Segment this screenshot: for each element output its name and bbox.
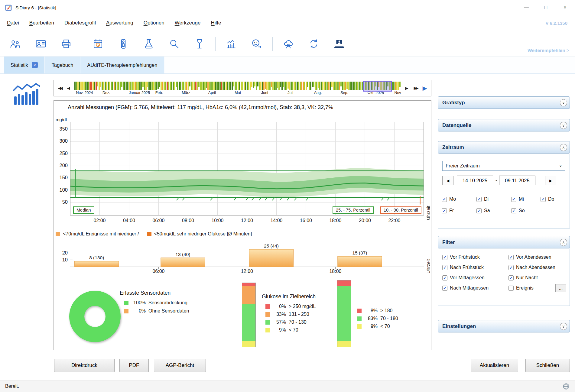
x-axis-tick: 12:00: [240, 218, 254, 223]
timeline-selection[interactable]: [363, 81, 392, 92]
direktdruck-button[interactable]: Direktdruck: [54, 359, 115, 372]
timeline-last-button[interactable]: ▶▶: [411, 86, 420, 90]
panel-header-einstellungen[interactable]: Einstellungen ∨: [438, 320, 570, 332]
globe-icon: [562, 383, 570, 390]
community-icon-button[interactable]: [281, 37, 296, 51]
timeline-forward-button[interactable]: ▶: [420, 85, 429, 92]
date-to-input[interactable]: [499, 176, 535, 185]
chevron-down-icon[interactable]: ∨: [560, 122, 567, 129]
tab-statistik[interactable]: Statistik×: [4, 57, 45, 73]
menu-item-datei[interactable]: Datei: [7, 20, 19, 26]
date-next-button[interactable]: ▶: [545, 176, 556, 185]
pdf-button[interactable]: PDF: [119, 359, 149, 372]
device-icon-button[interactable]: [116, 37, 131, 51]
y-axis-tick: 100: [54, 187, 68, 193]
schedule-icon-button[interactable]: [91, 37, 105, 51]
checkbox-checked-icon[interactable]: ✓: [442, 286, 447, 291]
checkbox-checked-icon[interactable]: ✓: [508, 265, 514, 270]
statistics-icon-button[interactable]: [224, 37, 239, 51]
checkbox-checked-icon[interactable]: ✓: [476, 208, 482, 213]
checkbox-checked-icon[interactable]: ✓: [541, 197, 546, 202]
checkbox-nach-frühstück[interactable]: ✓Nach Frühstück: [442, 265, 484, 270]
schliessen-button[interactable]: Schließen: [525, 359, 570, 372]
timerange-dropdown[interactable]: Freier Zeitraum ∨: [442, 161, 565, 171]
filter-more-button[interactable]: ...: [555, 284, 566, 292]
checkbox-checked-icon[interactable]: ✓: [442, 275, 447, 280]
time-in-range-legend-1: 0%> 250 mg/dL33%131 - 25057%70 - 1309%< …: [265, 304, 316, 333]
menu-item-bearbeiten[interactable]: Bearbeiten: [29, 20, 54, 26]
checkbox-vor-abendessen[interactable]: ✓Vor Abendessen: [508, 254, 551, 260]
checkbox-checked-icon[interactable]: ✓: [511, 208, 516, 213]
printer-icon-button[interactable]: [59, 37, 73, 51]
chevron-up-icon[interactable]: ∧: [560, 239, 567, 246]
checkbox-checked-icon[interactable]: ✓: [442, 255, 447, 260]
checkbox-sa[interactable]: ✓Sa: [476, 208, 511, 213]
checkbox-vor-mittagessen[interactable]: ✓Vor Mittagessen: [442, 275, 485, 280]
chevron-up-icon[interactable]: ∧: [560, 144, 567, 151]
checkbox-nur-nacht[interactable]: ✓Nur Nacht: [508, 275, 538, 280]
flask-icon-button[interactable]: [141, 37, 156, 51]
y-axis-tick: 350: [54, 126, 68, 132]
checkbox-checked-icon[interactable]: ✓: [442, 265, 447, 270]
checkbox-label: Ereignis: [516, 285, 534, 291]
minimize-button[interactable]: —: [517, 0, 536, 15]
timeline-next-button[interactable]: ▶: [403, 86, 411, 90]
checkbox-di[interactable]: ✓Di: [476, 196, 511, 202]
checkbox-mo[interactable]: ✓Mo: [442, 196, 476, 202]
close-icon[interactable]: ×: [32, 62, 38, 68]
checkbox-mi[interactable]: ✓Mi: [511, 196, 541, 202]
telehealth-icon-button[interactable]: [332, 37, 346, 51]
tab-audite-therapieempfehlungen[interactable]: AUdiTE-Therapieempfehlungen: [80, 57, 164, 73]
hypo-bar: [338, 256, 382, 267]
agp-bericht-button[interactable]: AGP-Bericht: [154, 359, 206, 372]
time-in-range-bar-1: [242, 283, 256, 347]
recommend-link[interactable]: Weiterempfehlen >: [528, 48, 569, 53]
tab-tagebuch[interactable]: Tagebuch: [45, 57, 81, 73]
divider: [557, 238, 557, 246]
checkbox-nach-mittagessen[interactable]: ✓Nach Mittagessen: [442, 285, 489, 291]
chevron-down-icon[interactable]: ∨: [560, 99, 567, 106]
group-icon-button[interactable]: [8, 37, 23, 51]
panel-header-filter[interactable]: Filter ∧: [438, 236, 570, 248]
legend-item: 9%< 70: [357, 324, 398, 329]
menu-item-hilfe[interactable]: Hilfe: [211, 20, 221, 26]
timeline-prev-button[interactable]: ◀: [64, 86, 73, 90]
maximize-button[interactable]: □: [536, 0, 555, 15]
glass-icon-button[interactable]: [192, 37, 207, 51]
legend-label: Sensorabdeckung: [148, 300, 187, 306]
checkbox-fr[interactable]: ✓Fr: [442, 208, 476, 213]
checkbox-checked-icon[interactable]: ✓: [508, 255, 514, 260]
checkbox-checked-icon[interactable]: ✓: [442, 208, 447, 213]
legend-label: <70mg/dL Ereignisse mit niedriger /: [63, 231, 139, 237]
checkbox-checked-icon[interactable]: ✓: [511, 197, 516, 202]
checkbox-checked-icon[interactable]: ✓: [476, 197, 482, 202]
date-from-input[interactable]: [457, 176, 493, 185]
hypo-bar: [249, 249, 293, 267]
checkbox-nach-abendessen[interactable]: ✓Nach Abendessen: [508, 265, 555, 270]
search-icon-button[interactable]: [167, 37, 181, 51]
menu-item-werkzeuge[interactable]: Werkzeuge: [175, 20, 201, 26]
checkbox-do[interactable]: ✓Do: [541, 196, 575, 202]
date-prev-button[interactable]: ◀: [442, 176, 453, 185]
checkbox-checked-icon[interactable]: ✓: [442, 197, 447, 202]
chevron-down-icon[interactable]: ∨: [560, 323, 567, 330]
smiley-icon-button[interactable]: [249, 37, 264, 51]
checkbox-ereignis[interactable]: Ereignis: [508, 285, 534, 291]
panel-header-grafiktyp[interactable]: Grafiktyp ∨: [438, 96, 570, 109]
sync-icon-button[interactable]: [307, 37, 321, 51]
menu-item-diabetesprofil[interactable]: Diabetesprofil: [64, 20, 96, 26]
checkbox-unchecked-icon[interactable]: [508, 286, 514, 291]
checkbox-so[interactable]: ✓So: [511, 208, 541, 213]
close-button[interactable]: ×: [555, 0, 575, 15]
aktualisieren-button[interactable]: Aktualisieren: [471, 359, 518, 372]
sync-icon: [308, 38, 319, 49]
panel-header-zeitraum[interactable]: Zeitraum ∧: [438, 141, 570, 154]
panel-header-datenquelle[interactable]: Datenquelle ∨: [438, 119, 570, 131]
menu-item-auswertung[interactable]: Auswertung: [106, 20, 133, 26]
contact-card-icon-button[interactable]: [34, 37, 48, 51]
checkbox-vor-frühstück[interactable]: ✓Vor Frühstück: [442, 254, 480, 260]
timeline-heatmap[interactable]: Nov. 2024Dez.Januar 2025Feb.MärzAprilMai…: [74, 80, 401, 96]
checkbox-checked-icon[interactable]: ✓: [508, 275, 514, 280]
menu-item-optionen[interactable]: Optionen: [144, 20, 164, 26]
timeline-first-button[interactable]: ◀◀: [56, 86, 64, 90]
